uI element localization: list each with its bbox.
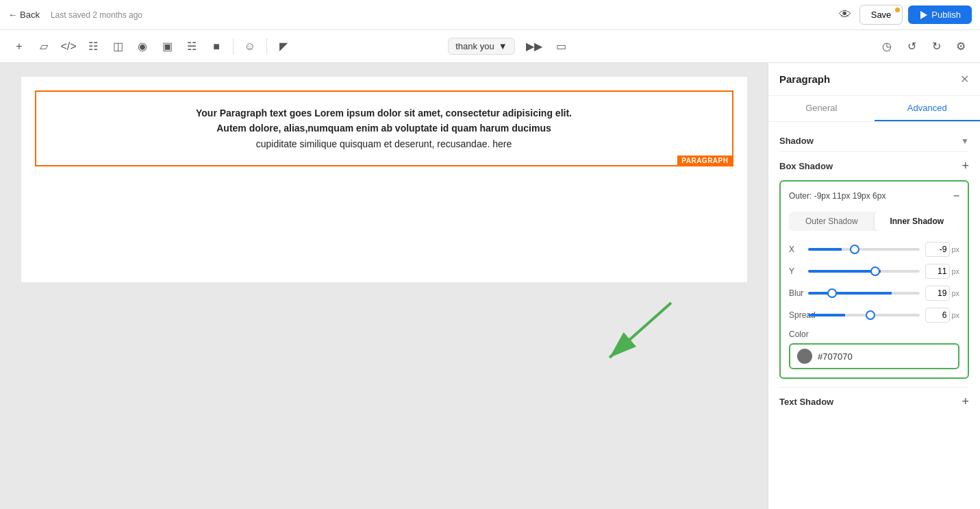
blur-axis-label: Blur: [789, 288, 803, 298]
canvas-area: Your Paragraph text goes Lorem ipsum dol…: [0, 63, 768, 509]
y-slider-row: Y px: [789, 264, 959, 279]
sections-icon[interactable]: ☷: [82, 36, 104, 58]
spread-slider-row: Spread px: [789, 308, 959, 323]
panel-header: Paragraph ✕: [768, 63, 980, 96]
settings-icon[interactable]: ⚙: [950, 36, 972, 58]
toolbar-right: ◷ ↺ ↻ ⚙: [876, 36, 972, 58]
dropdown-arrow-icon: ▼: [499, 41, 507, 51]
face-icon[interactable]: ☺: [239, 36, 261, 58]
widgets-icon[interactable]: ■: [205, 36, 227, 58]
history-icon[interactable]: ◷: [876, 36, 898, 58]
x-unit: px: [951, 245, 959, 253]
paragraph-text: Your Paragraph text goes Lorem ipsum dol…: [50, 105, 718, 151]
panel-toggle-icon[interactable]: ◤: [273, 36, 294, 58]
blur-value: px: [925, 286, 959, 301]
box-shadow-label: Box Shadow: [779, 161, 833, 171]
y-input[interactable]: [925, 264, 950, 279]
paragraph-tag: PARAGRAPH: [677, 156, 732, 166]
paragraph-block[interactable]: Your Paragraph text goes Lorem ipsum dol…: [35, 90, 733, 166]
blur-slider[interactable]: [808, 292, 920, 295]
x-input[interactable]: [925, 242, 950, 257]
x-slider-row: X px: [789, 242, 959, 257]
publish-icon: [919, 11, 927, 19]
spread-input[interactable]: [925, 308, 950, 323]
shadow-label: Shadow: [779, 136, 814, 146]
canvas: Your Paragraph text goes Lorem ipsum dol…: [21, 77, 747, 282]
y-unit: px: [951, 267, 959, 275]
publish-button[interactable]: Publish: [908, 5, 972, 24]
annotation-arrow: [596, 296, 678, 381]
color-swatch[interactable]: [797, 349, 812, 364]
unsaved-indicator: [895, 8, 900, 12]
device-buttons: ▶▶ ▭: [520, 37, 572, 55]
blur-unit: px: [951, 289, 959, 297]
shadow-collapse-icon: ▼: [961, 136, 969, 146]
blur-slider-row: Blur px: [789, 286, 959, 301]
tab-advanced[interactable]: Advanced: [875, 96, 981, 121]
color-input-container: [789, 343, 959, 369]
form-icon[interactable]: ☵: [181, 36, 203, 58]
code-icon[interactable]: </>: [58, 36, 79, 58]
spread-axis-label: Spread: [789, 310, 803, 320]
columns-icon[interactable]: ◫: [107, 36, 129, 58]
remove-shadow-icon[interactable]: −: [953, 190, 959, 202]
x-axis-label: X: [789, 245, 803, 254]
toolbar-divider: [233, 38, 234, 55]
shadow-item-label: Outer: -9px 11px 19px 6px: [789, 191, 885, 201]
spread-slider[interactable]: [808, 314, 920, 316]
x-slider[interactable]: [808, 248, 920, 251]
add-box-shadow-icon[interactable]: +: [962, 159, 969, 173]
toolbar-center: thank you ▼ ▶▶ ▭: [448, 37, 571, 55]
text-shadow-header: Text Shadow +: [768, 388, 980, 416]
y-slider[interactable]: [808, 270, 920, 273]
layers-icon[interactable]: ▱: [33, 36, 55, 58]
main-layout: Your Paragraph text goes Lorem ipsum dol…: [0, 63, 980, 509]
save-button[interactable]: Save: [859, 5, 903, 25]
undo-icon[interactable]: ↺: [901, 36, 922, 58]
top-bar-actions: 👁 Save Publish: [836, 5, 972, 25]
preview-button[interactable]: 👁: [836, 5, 854, 25]
color-row: Color: [789, 330, 959, 369]
svg-line-2: [610, 303, 671, 358]
y-value: px: [925, 264, 959, 279]
outer-shadow-tab[interactable]: Outer Shadow: [789, 212, 875, 231]
text-shadow-label: Text Shadow: [779, 397, 833, 407]
back-label: Back: [20, 10, 40, 20]
shadow-item-header-row: Outer: -9px 11px 19px 6px −: [789, 190, 959, 202]
add-text-shadow-icon[interactable]: +: [962, 395, 969, 409]
back-button[interactable]: ← Back: [8, 10, 40, 20]
x-value: px: [925, 242, 959, 257]
toolbar: + ▱ </> ☷ ◫ ◉ ▣ ☵ ■ ☺ ◤ thank you ▼ ▶▶ ▭…: [0, 30, 980, 63]
blur-input[interactable]: [925, 286, 950, 301]
box-shadow-header: Box Shadow +: [768, 152, 980, 180]
y-axis-label: Y: [789, 266, 803, 276]
spread-unit: px: [951, 311, 959, 319]
back-arrow-icon: ←: [8, 10, 17, 20]
close-panel-icon[interactable]: ✕: [960, 73, 969, 86]
shadow-section: Shadow ▼: [768, 122, 980, 151]
right-panel: Paragraph ✕ General Advanced Shadow ▼ Bo…: [768, 63, 980, 509]
tab-general[interactable]: General: [768, 96, 875, 121]
redo-icon[interactable]: ↻: [925, 36, 947, 58]
color-label: Color: [789, 330, 959, 339]
color-hex-input[interactable]: [818, 351, 951, 362]
add-icon[interactable]: +: [8, 36, 30, 58]
shadow-type-tabs: Outer Shadow Inner Shadow: [789, 212, 959, 231]
inner-shadow-tab[interactable]: Inner Shadow: [875, 212, 960, 231]
shadow-section-header[interactable]: Shadow ▼: [779, 130, 969, 151]
media-icon[interactable]: ◉: [131, 36, 153, 58]
page-name: thank you: [455, 41, 494, 51]
panel-tabs: General Advanced: [768, 96, 980, 122]
panel-title: Paragraph: [779, 73, 830, 85]
mobile-view-button[interactable]: ▭: [551, 37, 572, 55]
svg-marker-0: [920, 11, 927, 19]
layout-icon[interactable]: ▣: [156, 36, 178, 58]
spread-value: px: [925, 308, 959, 323]
last-saved-text: Last saved 2 months ago: [51, 10, 142, 20]
toolbar-divider-2: [266, 38, 267, 55]
top-bar: ← Back Last saved 2 months ago 👁 Save Pu…: [0, 0, 980, 30]
page-selector[interactable]: thank you ▼: [448, 38, 514, 55]
desktop-view-button[interactable]: ▶▶: [520, 37, 548, 55]
shadow-item: Outer: -9px 11px 19px 6px − Outer Shadow…: [779, 180, 969, 379]
